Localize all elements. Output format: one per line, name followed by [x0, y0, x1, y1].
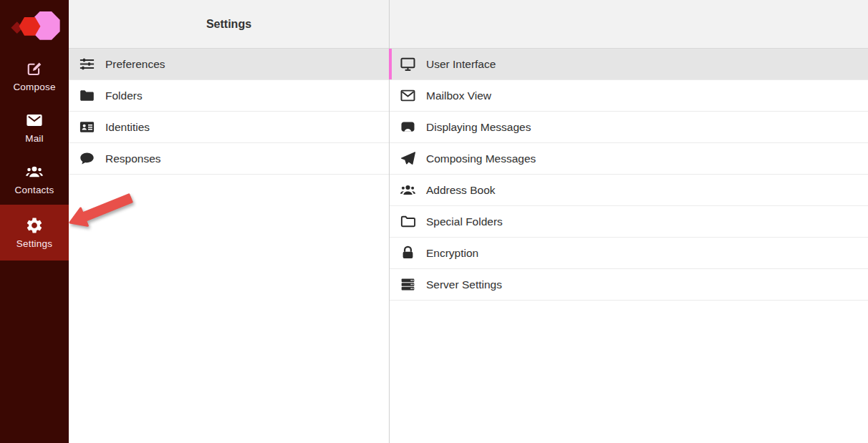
sidebar: ComposeMailContactsSettings: [0, 0, 69, 443]
logo-icon: [7, 6, 62, 44]
settings-nav-item-responses[interactable]: Responses: [69, 143, 389, 175]
settings-nav-item-label: Responses: [105, 152, 161, 165]
preferences-list: User InterfaceMailbox ViewDisplaying Mes…: [390, 49, 868, 301]
settings-nav-list: PreferencesFoldersIdentitiesResponses: [69, 49, 389, 175]
sidebar-item-compose[interactable]: Compose: [0, 50, 69, 102]
paper-plane-icon: [400, 150, 416, 167]
lock-icon: [400, 245, 416, 261]
settings-nav-panel: Settings PreferencesFoldersIdentitiesRes…: [69, 0, 389, 443]
id-card-icon: [79, 119, 95, 135]
users-icon: [400, 182, 416, 198]
compose-icon: [25, 59, 44, 78]
contacts-icon: [25, 162, 44, 181]
sidebar-item-contacts[interactable]: Contacts: [0, 153, 69, 205]
app-window: ComposeMailContactsSettings Settings Pre…: [0, 0, 868, 443]
page-title: Settings: [206, 18, 251, 31]
settings-nav-item-label: Identities: [105, 121, 150, 134]
prefs-item-special-folders[interactable]: Special Folders: [390, 206, 868, 238]
prefs-item-encryption[interactable]: Encryption: [390, 238, 868, 269]
preferences-panel-header: [390, 0, 868, 49]
monitor-icon: [400, 56, 416, 72]
prefs-item-label: Address Book: [426, 184, 496, 197]
sidebar-item-settings[interactable]: Settings: [0, 205, 69, 261]
comment-icon: [79, 150, 95, 167]
mail-icon: [25, 111, 44, 130]
prefs-item-user-interface[interactable]: User Interface: [390, 49, 868, 80]
sidebar-item-label: Mail: [25, 133, 44, 144]
prefs-item-label: Displaying Messages: [426, 121, 531, 134]
prefs-item-label: Server Settings: [426, 278, 502, 291]
prefs-item-displaying-messages[interactable]: Displaying Messages: [390, 112, 868, 143]
folder-icon: [79, 87, 95, 104]
preferences-panel: User InterfaceMailbox ViewDisplaying Mes…: [389, 0, 868, 443]
prefs-item-label: Composing Messages: [426, 152, 536, 165]
app-logo[interactable]: [0, 0, 69, 50]
prefs-item-server-settings[interactable]: Server Settings: [390, 269, 868, 301]
sidebar-item-label: Settings: [16, 238, 52, 249]
prefs-item-label: Mailbox View: [426, 89, 491, 102]
settings-nav-item-label: Preferences: [105, 58, 165, 71]
sliders-icon: [79, 56, 95, 72]
settings-panel-header: Settings: [69, 0, 389, 49]
folder-outline-icon: [400, 213, 416, 230]
settings-nav-item-preferences[interactable]: Preferences: [69, 49, 389, 80]
sidebar-item-label: Compose: [13, 82, 55, 92]
prefs-item-label: User Interface: [426, 58, 496, 71]
prefs-item-mailbox-view[interactable]: Mailbox View: [390, 80, 868, 112]
sidebar-item-label: Contacts: [15, 185, 54, 195]
envelope-icon: [400, 87, 416, 104]
settings-nav-item-folders[interactable]: Folders: [69, 80, 389, 112]
inbox-icon: [400, 119, 416, 135]
sidebar-item-mail[interactable]: Mail: [0, 102, 69, 153]
settings-nav-item-label: Folders: [105, 89, 143, 102]
prefs-item-label: Special Folders: [426, 215, 503, 228]
prefs-item-label: Encryption: [426, 247, 478, 260]
prefs-item-address-book[interactable]: Address Book: [390, 175, 868, 206]
settings-nav-item-identities[interactable]: Identities: [69, 112, 389, 143]
prefs-item-composing-messages[interactable]: Composing Messages: [390, 143, 868, 175]
gear-icon: [25, 216, 44, 235]
server-icon: [400, 276, 416, 293]
